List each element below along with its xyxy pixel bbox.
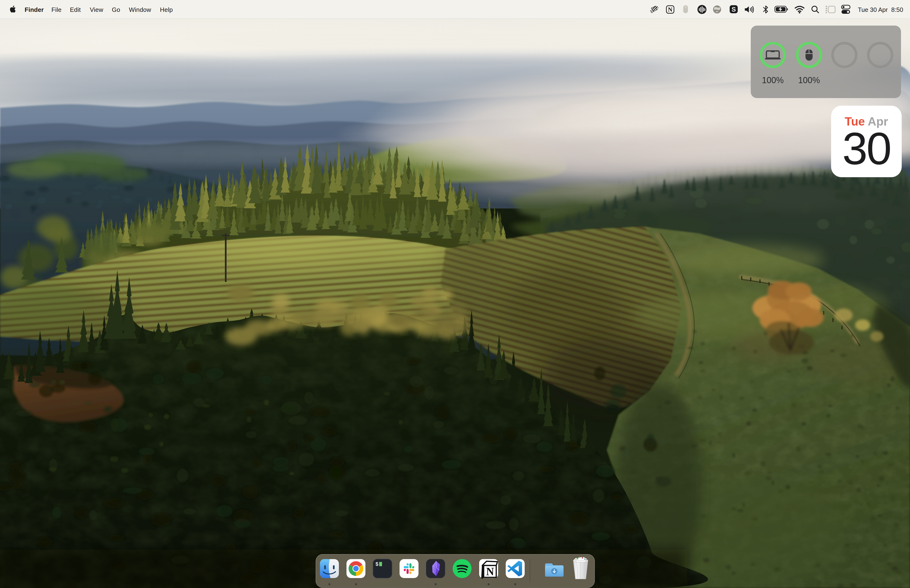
svg-text:N: N: [668, 6, 672, 13]
svg-text:S: S: [732, 6, 736, 13]
svg-text:100%: 100%: [798, 75, 820, 85]
svg-text:N: N: [486, 565, 494, 578]
svg-text:100%: 100%: [762, 75, 784, 85]
svg-text:$: $: [375, 562, 378, 567]
